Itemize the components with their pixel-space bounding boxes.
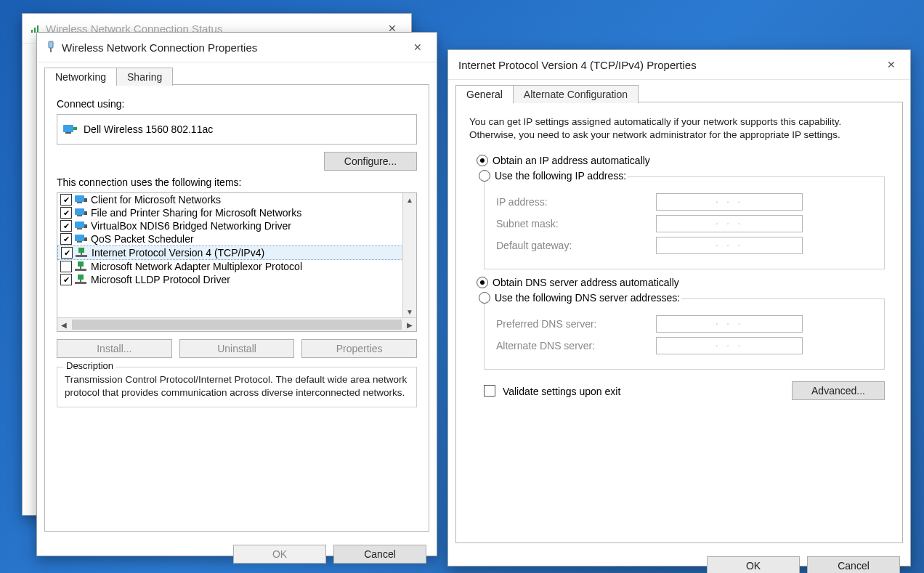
list-item-label: Internet Protocol Version 4 (TCP/IPv4) xyxy=(92,247,264,259)
scroll-thumb[interactable] xyxy=(72,320,402,330)
list-item-label: Microsoft LLDP Protocol Driver xyxy=(91,274,230,285)
scroll-left-icon[interactable]: ◀ xyxy=(57,318,70,331)
connection-items-list[interactable]: Client for Microsoft NetworksFile and Pr… xyxy=(57,192,417,332)
svg-rect-25 xyxy=(80,267,81,269)
dialog-title: Wireless Network Connection Properties xyxy=(57,41,403,54)
svg-rect-5 xyxy=(63,125,73,132)
svg-rect-14 xyxy=(75,222,84,228)
list-item-label: VirtualBox NDIS6 Bridged Networking Driv… xyxy=(91,220,291,232)
ip-address-label: IP address: xyxy=(496,196,656,208)
svg-rect-20 xyxy=(78,248,84,253)
radio-label: Use the following DNS server addresses: xyxy=(495,292,680,304)
uninstall-button[interactable]: Uninstall xyxy=(179,339,295,358)
radio-obtain-dns-auto[interactable]: Obtain DNS server address automatically xyxy=(477,277,889,288)
svg-rect-28 xyxy=(80,280,81,282)
svg-rect-4 xyxy=(50,48,52,52)
radio-use-dns-manual[interactable] xyxy=(479,292,490,304)
adapter-name: Dell Wireless 1560 802.11ac xyxy=(84,123,213,135)
radio-use-ip-manual[interactable] xyxy=(479,170,490,182)
alternate-dns-label: Alternate DNS server: xyxy=(496,340,656,351)
cancel-button[interactable]: Cancel xyxy=(333,545,426,564)
svg-rect-6 xyxy=(65,132,71,134)
scroll-up-icon[interactable]: ▲ xyxy=(403,193,416,206)
tab-alternate-configuration[interactable]: Alternate Configuration xyxy=(513,85,639,103)
cancel-button[interactable]: Cancel xyxy=(807,556,900,573)
protocol-icon xyxy=(75,261,88,272)
adapter-icon xyxy=(63,123,78,135)
default-gateway-label: Default gateway: xyxy=(496,240,656,251)
svg-rect-17 xyxy=(75,235,84,241)
tab-sharing[interactable]: Sharing xyxy=(116,68,173,86)
checkbox-icon[interactable] xyxy=(61,247,73,259)
svg-rect-1 xyxy=(34,28,36,33)
list-item-label: Client for Microsoft Networks xyxy=(91,194,221,206)
list-item-label: File and Printer Sharing for Microsoft N… xyxy=(91,207,301,219)
svg-rect-22 xyxy=(81,253,82,255)
list-item[interactable]: Client for Microsoft Networks xyxy=(57,193,403,206)
scroll-right-icon[interactable]: ▶ xyxy=(403,318,416,331)
configure-button[interactable]: Configure... xyxy=(324,152,417,171)
description-text: Transmission Control Protocol/Internet P… xyxy=(65,373,409,399)
radio-icon xyxy=(477,277,488,288)
svg-rect-15 xyxy=(77,228,82,229)
advanced-button[interactable]: Advanced... xyxy=(792,381,885,400)
svg-rect-21 xyxy=(76,255,87,257)
subnet-mask-label: Subnet mask: xyxy=(496,218,656,229)
ok-button[interactable]: OK xyxy=(707,556,800,573)
scroll-down-icon[interactable]: ▼ xyxy=(403,305,416,318)
checkbox-icon[interactable] xyxy=(60,220,72,232)
radio-label: Obtain DNS server address automatically xyxy=(493,277,679,288)
radio-label: Obtain an IP address automatically xyxy=(493,155,650,166)
ok-button[interactable]: OK xyxy=(233,545,326,564)
list-item-label: Microsoft Network Adapter Multiplexor Pr… xyxy=(91,261,302,272)
validate-label: Validate settings upon exit xyxy=(503,386,620,397)
horizontal-scrollbar[interactable]: ◀ ▶ xyxy=(57,317,416,331)
svg-rect-7 xyxy=(73,127,77,130)
tab-general[interactable]: General xyxy=(455,85,514,103)
close-button[interactable]: ✕ xyxy=(403,36,432,58)
svg-rect-0 xyxy=(31,30,33,33)
list-item[interactable]: Microsoft LLDP Protocol Driver xyxy=(57,273,403,286)
svg-rect-16 xyxy=(84,224,87,228)
alternate-dns-input: . . . xyxy=(656,337,803,354)
description-label: Description xyxy=(63,360,116,371)
svg-rect-19 xyxy=(84,237,87,241)
network-client-icon xyxy=(75,207,88,219)
network-adapter-icon xyxy=(44,41,57,54)
list-item[interactable]: QoS Packet Scheduler xyxy=(57,232,403,245)
radio-obtain-ip-auto[interactable]: Obtain an IP address automatically xyxy=(477,155,889,166)
preferred-dns-input: . . . xyxy=(656,315,803,333)
svg-rect-24 xyxy=(75,269,86,271)
checkbox-icon[interactable] xyxy=(60,194,72,206)
list-item[interactable]: Microsoft Network Adapter Multiplexor Pr… xyxy=(57,260,403,273)
checkbox-icon[interactable] xyxy=(60,274,72,285)
network-client-icon xyxy=(75,233,88,245)
checkbox-icon[interactable] xyxy=(60,207,72,219)
list-item-label: QoS Packet Scheduler xyxy=(91,233,194,245)
list-item[interactable]: Internet Protocol Version 4 (TCP/IPv4) xyxy=(57,245,403,260)
svg-rect-11 xyxy=(75,208,84,215)
svg-rect-18 xyxy=(77,241,82,243)
svg-rect-10 xyxy=(84,198,87,202)
dialog-title: Internet Protocol Version 4 (TCP/IPv4) P… xyxy=(455,59,877,71)
close-button[interactable]: ✕ xyxy=(877,54,906,76)
adapter-field[interactable]: Dell Wireless 1560 802.11ac xyxy=(57,114,417,145)
protocol-icon xyxy=(75,274,88,285)
network-client-icon xyxy=(75,220,88,232)
validate-settings-checkbox[interactable]: Validate settings upon exit xyxy=(484,385,620,397)
svg-rect-27 xyxy=(75,282,86,284)
subnet-mask-input: . . . xyxy=(656,215,803,232)
vertical-scrollbar[interactable]: ▲ ▼ xyxy=(402,193,416,318)
radio-label: Use the following IP address: xyxy=(495,170,626,182)
checkbox-icon[interactable] xyxy=(60,233,72,245)
list-item[interactable]: File and Printer Sharing for Microsoft N… xyxy=(57,206,403,219)
list-item[interactable]: VirtualBox NDIS6 Bridged Networking Driv… xyxy=(57,219,403,232)
network-client-icon xyxy=(75,194,88,206)
properties-button[interactable]: Properties xyxy=(301,339,417,358)
checkbox-icon[interactable] xyxy=(60,261,72,272)
tab-networking[interactable]: Networking xyxy=(44,68,117,86)
intro-text: You can get IP settings assigned automat… xyxy=(469,115,889,142)
checkbox-icon xyxy=(484,385,495,397)
svg-rect-3 xyxy=(49,41,53,48)
install-button[interactable]: Install... xyxy=(57,339,172,358)
